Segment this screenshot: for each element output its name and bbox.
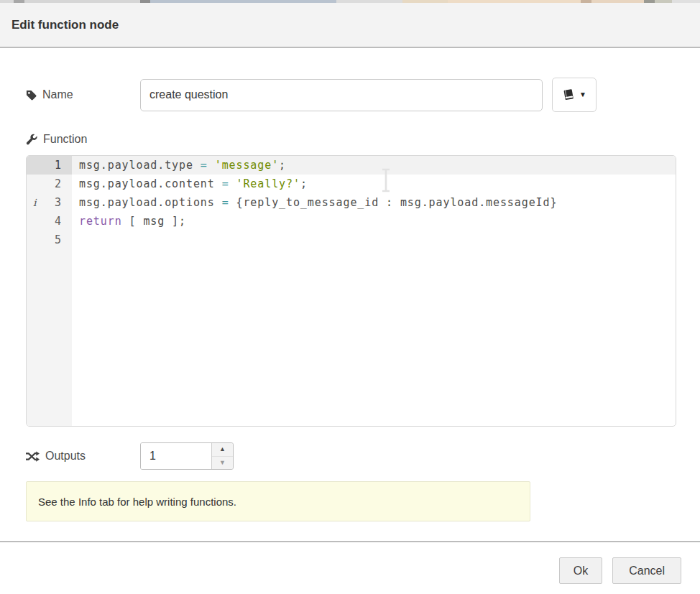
ok-button[interactable]: Ok [559,557,602,584]
outputs-input[interactable] [141,443,211,469]
gutter-line-number: 5 [27,231,72,249]
code-line[interactable]: 1msg.payload.type = 'message'; [27,156,676,175]
library-dropdown-button[interactable]: ▼ [552,78,597,112]
code-line[interactable]: 2msg.payload.content = 'Really?'; [27,175,676,193]
info-tip-text: See the Info tab for help writing functi… [38,496,236,508]
spinner-buttons: ▲ ▼ [211,443,233,469]
gutter-line-number: i3 [27,193,72,212]
outputs-row: Outputs ▲ ▼ [26,442,676,470]
shuffle-icon [26,451,40,462]
line-number-text: 2 [55,177,62,190]
info-tip: See the Info tab for help writing functi… [26,481,530,521]
name-label: Name [26,88,140,101]
name-label-text: Name [42,88,73,101]
gutter-line-number: 1 [27,156,72,175]
cancel-button[interactable]: Cancel [612,557,681,584]
code-line-text[interactable] [72,231,676,249]
wrench-icon [26,134,37,145]
dialog-footer: Ok Cancel [0,541,700,584]
caret-down-icon: ▼ [579,91,586,98]
outputs-label-text: Outputs [45,450,86,463]
gutter-line-number: 4 [27,212,72,231]
code-line[interactable]: i3msg.payload.options = {reply_to_messag… [27,193,676,212]
name-row: Name ▼ [26,78,676,112]
name-input[interactable] [140,79,543,111]
spinner-up-button[interactable]: ▲ [212,443,233,456]
code-line[interactable]: 5 [27,231,676,249]
outputs-label: Outputs [26,450,140,463]
code-line-text[interactable]: return [ msg ]; [72,212,676,231]
code-line-text[interactable]: msg.payload.type = 'message'; [72,156,676,175]
line-number-text: 4 [55,215,62,228]
code-editor[interactable]: 1msg.payload.type = 'message';2msg.paylo… [26,155,676,427]
edit-function-node-dialog: Edit function node Name [0,3,700,584]
gutter-line-number: 2 [27,175,72,193]
annotation-info-icon: i [33,193,37,212]
code-line[interactable]: 4return [ msg ]; [27,212,676,231]
spinner-down-button[interactable]: ▼ [212,456,233,470]
code-line-text[interactable]: msg.payload.options = {reply_to_message_… [72,193,676,212]
dialog-title: Edit function node [11,18,119,32]
dialog-body: Name ▼ [0,78,700,521]
dialog-header: Edit function node [0,3,700,48]
function-label-row: Function [26,131,676,148]
line-number-text: 5 [55,233,62,246]
line-number-text: 1 [55,159,62,172]
outputs-spinner: ▲ ▼ [140,442,234,470]
function-label: Function [26,133,140,146]
line-number-text: 3 [55,196,62,209]
function-label-text: Function [43,133,87,146]
tag-icon [26,90,37,101]
editor-lines: 1msg.payload.type = 'message';2msg.paylo… [27,156,676,249]
code-line-text[interactable]: msg.payload.content = 'Really?'; [72,175,676,193]
book-icon [562,88,575,101]
